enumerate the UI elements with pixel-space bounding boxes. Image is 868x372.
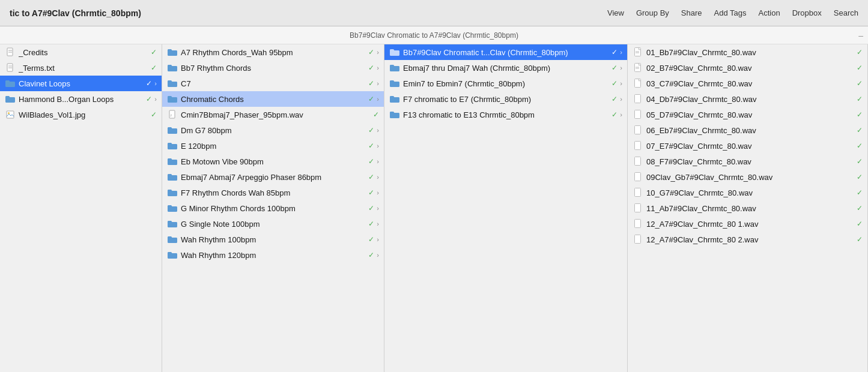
folder-icon — [167, 234, 178, 245]
list-item[interactable]: Chromatic Chords ✓ › — [162, 91, 384, 107]
list-item[interactable]: F7 Rhythm Chords Wah 85bpm ✓ › — [162, 185, 384, 200]
svg-rect-6 — [7, 111, 14, 118]
column-3: Bb7#9Clav Chromatic t...Clav (Chrmtic_80… — [384, 44, 628, 372]
list-item[interactable]: _Credits ✓ — [0, 44, 162, 60]
list-item[interactable]: Wah Rhythm 100bpm ✓ › — [162, 232, 384, 247]
file-icon — [5, 62, 16, 73]
item-name: Eb Motown Vibe 90bpm — [181, 157, 366, 166]
list-item[interactable]: Bb7#9Clav Chromatic t...Clav (Chrmtic_80… — [384, 44, 627, 60]
check-icon: ✓ — [857, 64, 863, 72]
list-item[interactable]: 12_A7#9Clav_Chrmtc_80 2.wav ✓ — [628, 232, 867, 247]
folder-icon — [167, 250, 178, 260]
breadcrumb: Bb7#9Clav Chromatic to A7#9Clav (Chrmtic… — [350, 31, 518, 40]
list-item[interactable]: WilBlades_Vol1.jpg ✓ — [0, 107, 162, 122]
check-icon: ✓ — [368, 173, 374, 181]
arrow-icon: › — [620, 80, 622, 87]
list-item[interactable]: 12_A7#9Clav_Chrmtc_80 1.wav ✓ — [628, 216, 867, 232]
svg-rect-21 — [634, 157, 640, 166]
nav-dropbox[interactable]: Dropbox — [792, 8, 822, 17]
list-item[interactable]: Emin7 to Ebmin7 (Chrmtic_80bpm) ✓ › — [384, 76, 627, 91]
check-icon: ✓ — [151, 48, 157, 56]
folder-icon — [167, 94, 178, 104]
list-item[interactable]: 09Clav_Gb7#9Clav_Chrmtc_80.wav ✓ — [628, 169, 867, 185]
list-item[interactable]: Hammond B...Organ Loops ✓ › — [0, 91, 162, 107]
list-item[interactable]: G Minor Rhythm Chords 100bpm ✓ › — [162, 200, 384, 216]
svg-rect-25 — [634, 220, 640, 228]
check-icon: ✓ — [612, 110, 618, 119]
svg-rect-26 — [634, 235, 640, 244]
item-name: 07_E7#9Clav_Chrmtc_80.wav — [646, 142, 854, 151]
folder-icon — [167, 172, 178, 182]
list-item[interactable]: Eb Motown Vibe 90bpm ✓ › — [162, 154, 384, 169]
breadcrumb-close-button[interactable]: – — [858, 31, 863, 40]
folder-icon — [167, 187, 178, 198]
folder-icon — [5, 78, 16, 89]
list-item[interactable]: 10_G7#9Clav_Chrmtc_80.wav ✓ — [628, 185, 867, 200]
item-name: 11_Ab7#9Clav_Chrmtc_80.wav — [646, 204, 854, 213]
list-item[interactable]: 08_F7#9Clav_Chrmtc_80.wav ✓ — [628, 154, 867, 169]
audio-file-icon — [633, 62, 643, 73]
list-item[interactable]: F7 chromatic to E7 (Chrmtic_80bpm) ✓ › — [384, 91, 627, 107]
audio-file-icon: ♪ — [167, 109, 178, 120]
nav-add-tags[interactable]: Add Tags — [714, 8, 747, 17]
item-name: Wah Rhythm 100bpm — [181, 235, 366, 244]
list-item[interactable]: Wah Rhythm 120bpm ✓ › — [162, 247, 384, 263]
nav-search[interactable]: Search — [834, 8, 858, 17]
list-item[interactable]: A7 Rhythm Chords_Wah 95bpm ✓ › — [162, 44, 384, 60]
list-item[interactable]: Ebmaj7 thru Dmaj7 Wah (Chrmtic_80bpm) ✓ … — [384, 60, 627, 76]
main-content: _Credits ✓ _Terms.txt ✓ Clavinet Loops — [0, 44, 868, 372]
list-item[interactable]: 01_Bb7#9Clav_Chrmtc_80.wav ✓ — [628, 44, 867, 60]
svg-rect-17 — [634, 95, 640, 103]
nav-view[interactable]: View — [607, 8, 624, 17]
breadcrumb-bar: Bb7#9Clav Chromatic to A7#9Clav (Chrmtic… — [0, 26, 868, 44]
item-name: _Credits — [19, 48, 148, 57]
list-item[interactable]: 04_Db7#9Clav_Chrmtc_80.wav ✓ — [628, 91, 867, 107]
list-item[interactable]: 02_B7#9Clav_Chrmtc_80.wav ✓ — [628, 60, 867, 76]
list-item[interactable]: E 120bpm ✓ › — [162, 138, 384, 154]
list-item[interactable]: 11_Ab7#9Clav_Chrmtc_80.wav ✓ — [628, 200, 867, 216]
item-name: Bb7#9Clav Chromatic t...Clav (Chrmtic_80… — [403, 48, 609, 57]
check-icon: ✓ — [612, 95, 618, 103]
check-icon: ✓ — [368, 142, 374, 150]
check-icon: ✓ — [612, 48, 618, 56]
list-item[interactable]: G Single Note 100bpm ✓ › — [162, 216, 384, 232]
item-name: 12_A7#9Clav_Chrmtc_80 1.wav — [646, 220, 854, 229]
audio-file-icon — [633, 156, 643, 167]
list-item[interactable]: Clavinet Loops ✓ › — [0, 76, 162, 91]
item-name: 04_Db7#9Clav_Chrmtc_80.wav — [646, 95, 854, 104]
check-icon: ✓ — [612, 79, 618, 88]
list-item[interactable]: ♪ Cmin7Bbmaj7_Phaser_95bpm.wav ✓ — [162, 107, 384, 122]
check-icon: ✓ — [857, 126, 863, 134]
svg-rect-16 — [634, 79, 640, 88]
audio-file-icon — [633, 140, 643, 151]
arrow-icon: › — [154, 80, 157, 87]
list-item[interactable]: Ebmaj7 Abmaj7 Arpeggio Phaser 86bpm ✓ › — [162, 169, 384, 185]
folder-icon — [167, 78, 178, 89]
nav-action[interactable]: Action — [759, 8, 780, 17]
check-icon: ✓ — [368, 157, 374, 166]
check-icon: ✓ — [146, 95, 152, 103]
list-item[interactable]: _Terms.txt ✓ — [0, 60, 162, 76]
image-icon — [5, 109, 16, 120]
check-icon: ✓ — [857, 235, 863, 244]
list-item[interactable]: Dm G7 80bpm ✓ › — [162, 122, 384, 138]
svg-text:♪: ♪ — [170, 113, 172, 117]
nav-share[interactable]: Share — [681, 8, 702, 17]
item-name: 02_B7#9Clav_Chrmtc_80.wav — [646, 64, 854, 73]
folder-icon — [167, 156, 178, 167]
item-name: WilBlades_Vol1.jpg — [19, 110, 148, 119]
check-icon: ✓ — [857, 110, 863, 119]
list-item[interactable]: 06_Eb7#9Clav_Chrmtc_80.wav ✓ — [628, 122, 867, 138]
audio-file-icon — [633, 94, 643, 104]
list-item[interactable]: 07_E7#9Clav_Chrmtc_80.wav ✓ — [628, 138, 867, 154]
check-icon: ✓ — [857, 95, 863, 103]
list-item[interactable]: 03_C7#9Clav_Chrmtc_80.wav ✓ — [628, 76, 867, 91]
nav-group-by[interactable]: Group By — [636, 8, 669, 17]
check-icon: ✓ — [857, 204, 863, 212]
list-item[interactable]: F13 chromatic to E13 Chrmtic_80bpm ✓ › — [384, 107, 627, 122]
list-item[interactable]: 05_D7#9Clav_Chrmtc_80.wav ✓ — [628, 107, 867, 122]
item-name: Dm G7 80bpm — [181, 126, 366, 135]
check-icon: ✓ — [857, 220, 863, 228]
list-item[interactable]: C7 ✓ › — [162, 76, 384, 91]
list-item[interactable]: Bb7 Rhythm Chords ✓ › — [162, 60, 384, 76]
